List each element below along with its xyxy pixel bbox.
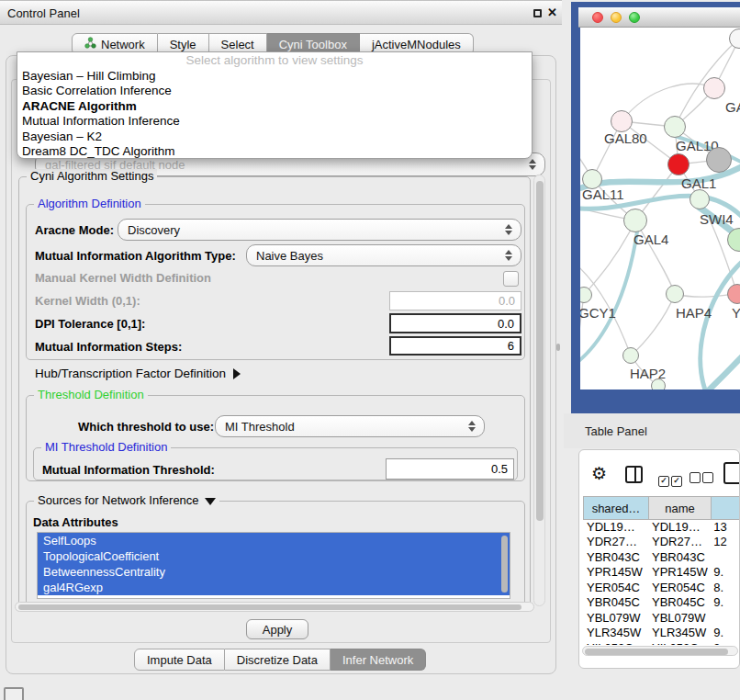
network-node[interactable] [667, 153, 690, 175]
table-row[interactable]: YDL19…YDL19…13 [581, 520, 739, 535]
mi-threshold-input[interactable]: 0.5 [386, 458, 514, 480]
table-cell: YER054C [581, 581, 645, 595]
manual-kernel-checkbox[interactable] [503, 271, 519, 287]
dropdown-item[interactable]: Mutual Information Inference [17, 114, 532, 129]
data-attributes-label: Data Attributes [33, 515, 118, 529]
split-columns-icon[interactable] [625, 466, 643, 483]
minimize-traffic-light-icon[interactable] [611, 12, 622, 23]
network-node[interactable] [611, 110, 633, 132]
settings-hscrollbar-thumb[interactable] [18, 604, 521, 610]
mi-steps-input[interactable]: 6 [389, 336, 521, 356]
network-icon [84, 37, 96, 51]
sources-legend[interactable]: Sources for Network Inference [34, 493, 219, 507]
network-node[interactable] [666, 285, 684, 303]
table-row[interactable]: YBR045CYBR045C9. [581, 595, 739, 610]
table-row[interactable]: YBL079WYBL079W [581, 611, 739, 626]
data-attributes-list[interactable]: SelfLoopsTopologicalCoefficientBetweenne… [37, 532, 510, 599]
bottom-tabs: Impute DataDiscretize DataInfer Network [134, 649, 426, 671]
dropdown-item[interactable]: ARACNE Algorithm [17, 99, 532, 114]
kernel-width-input[interactable]: 0.0 [389, 291, 521, 310]
teal-edge [701, 257, 740, 390]
aracne-mode-combobox[interactable]: Discovery [118, 219, 521, 241]
tab-discretize-data[interactable]: Discretize Data [225, 649, 331, 671]
network-node[interactable] [706, 147, 732, 173]
node-label: GAL11 [582, 186, 624, 202]
table-row[interactable]: YDR27…YDR27…12 [581, 535, 739, 549]
kernel-width-label: Kernel Width (0,1): [35, 294, 140, 308]
hub-definition-toggle[interactable]: Hub/Transcription Factor Definition [35, 367, 241, 380]
table-row[interactable]: YBR043CYBR043C [581, 550, 739, 565]
dropdown-item[interactable]: Basic Correlation Inference [17, 84, 532, 98]
table-hscrollbar[interactable] [582, 646, 738, 656]
column-header-extra[interactable] [712, 496, 740, 520]
mi-type-value: Naive Bayes [256, 249, 323, 263]
minimized-panel-icon[interactable] [4, 687, 24, 700]
table-cell: 9. [708, 565, 739, 580]
table-cell: 12 [708, 535, 739, 549]
dpi-tolerance-input[interactable]: 0.0 [389, 313, 521, 333]
tab-impute-data[interactable]: Impute Data [134, 649, 225, 671]
network-node[interactable] [622, 347, 639, 364]
column-header-shared[interactable]: shared… [583, 496, 649, 520]
table-cell: YBL079W [581, 611, 645, 626]
table-row[interactable]: YIL052CYIL052C9 [581, 641, 739, 646]
table-cell: 9 [708, 641, 739, 646]
settings-vscrollbar[interactable] [533, 175, 545, 606]
mi-threshold-legend: MI Threshold Definition [41, 440, 171, 454]
attribute-list-item[interactable]: gal4RGexp [38, 580, 510, 595]
hub-definition-label: Hub/Transcription Factor Definition [35, 367, 226, 380]
dropdown-item[interactable]: Bayesian – K2 [17, 130, 532, 144]
table-cell: YBR045C [581, 595, 645, 610]
zoom-traffic-light-icon[interactable] [629, 12, 640, 23]
attribute-list-item[interactable]: BetweennessCentrality [38, 564, 510, 580]
network-node[interactable] [703, 77, 725, 99]
split-pane-grip[interactable] [556, 344, 560, 351]
float-window-icon[interactable] [533, 9, 542, 17]
kernel-width-value: 0.0 [499, 294, 515, 308]
select-all-checkboxes-icon[interactable]: ✓✓ [658, 470, 684, 487]
table-row[interactable]: YLR345WYLR345W9. [581, 626, 739, 640]
node-label: Y [732, 305, 740, 321]
network-canvas[interactable]: GALGAL80GAL10GAL1GAL11SWI4GAL4GCY1HAP4YH… [580, 28, 740, 390]
tab-infer-network[interactable]: Infer Network [331, 649, 426, 671]
apply-button[interactable]: Apply [246, 619, 308, 639]
mi-steps-value: 6 [508, 339, 514, 353]
tab-label: Style [170, 38, 196, 51]
which-threshold-combobox[interactable]: MI Threshold [215, 415, 485, 437]
mi-type-combobox[interactable]: Naive Bayes [246, 244, 521, 266]
table-hscrollbar-thumb[interactable] [585, 649, 728, 655]
network-node[interactable] [623, 209, 647, 232]
table-cell: YBR043C [645, 550, 708, 565]
gray-edge [622, 84, 714, 121]
column-header-name[interactable]: name [649, 496, 712, 520]
close-icon[interactable]: ✕ [547, 6, 557, 19]
network-node[interactable] [651, 378, 666, 390]
document-icon[interactable] [723, 462, 740, 484]
table-cell: 9. [708, 595, 739, 610]
list-scrollbar-thumb[interactable] [501, 536, 508, 593]
dpi-tolerance-value: 0.0 [498, 317, 514, 331]
close-traffic-light-icon[interactable] [592, 12, 603, 23]
table-cell: 9. [708, 626, 739, 640]
table-row[interactable]: YPR145WYPR145W9. [581, 565, 739, 580]
manual-kernel-label: Manual Kernel Width Definition [35, 271, 211, 285]
dropdown-item[interactable]: Dream8 DC_TDC Algorithm [17, 144, 532, 159]
dropdown-item[interactable]: Bayesian – Hill Climbing [17, 69, 532, 84]
which-threshold-value: MI Threshold [225, 420, 295, 434]
table-cell: YPR145W [581, 565, 645, 580]
aracne-mode-label: Aracne Mode: [35, 223, 114, 237]
attribute-list-item[interactable]: SelfLoops [38, 533, 510, 548]
table-row[interactable]: YER054CYER054C8. [581, 581, 739, 595]
table-panel-title: Table Panel [585, 424, 647, 438]
gear-icon[interactable]: ⚙ [591, 465, 607, 483]
deselect-all-checkboxes-icon[interactable] [690, 470, 715, 487]
settings-hscrollbar[interactable] [15, 602, 534, 612]
attribute-list-item[interactable]: TopologicalCoefficient [38, 548, 510, 564]
tab-label: Infer Network [342, 653, 413, 667]
network-node[interactable] [690, 189, 710, 209]
table-cell: YLR345W [645, 626, 708, 640]
network-window-titlebar[interactable] [578, 7, 740, 28]
settings-vscrollbar-thumb[interactable] [536, 181, 544, 521]
network-node[interactable] [664, 116, 686, 138]
dropdown-placeholder: Select algorithm to view settings [17, 53, 532, 67]
